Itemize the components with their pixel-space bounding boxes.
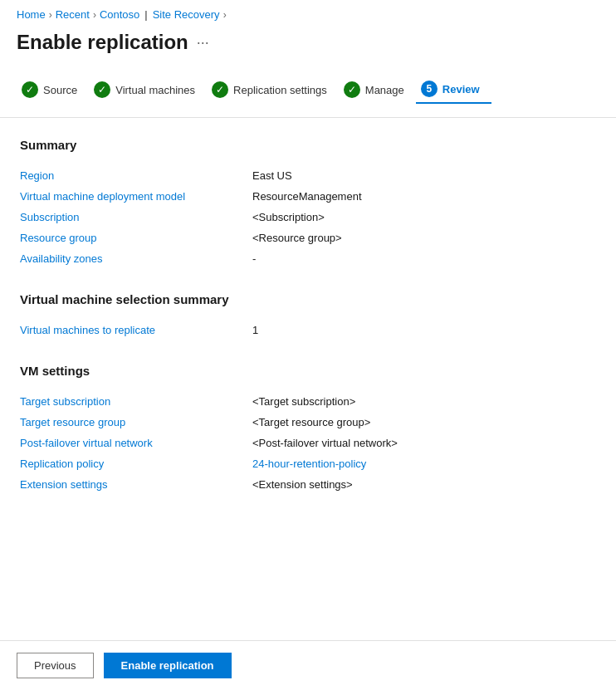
step-vm-check-icon: ✓ <box>94 81 110 98</box>
step-vm-label: Virtual machines <box>115 84 195 96</box>
vm-settings-row-post-failover-network: Post-failover virtual network <Post-fail… <box>20 433 596 453</box>
breadcrumb: Home › Recent › Contoso | Site Recovery … <box>0 0 616 26</box>
vm-settings-row-target-subscription: Target subscription <Target subscription… <box>20 391 596 412</box>
vm-settings-table: Target subscription <Target subscription… <box>20 391 596 495</box>
breadcrumb-home[interactable]: Home <box>17 8 46 21</box>
vm-settings-value-extension-settings: <Extension settings> <box>252 478 353 491</box>
step-manage-label: Manage <box>365 84 404 96</box>
vm-settings-title: VM settings <box>20 364 596 378</box>
vm-settings-label-extension-settings[interactable]: Extension settings <box>20 478 252 491</box>
vm-settings-label-post-failover-network[interactable]: Post-failover virtual network <box>20 437 252 449</box>
summary-label-subscription[interactable]: Subscription <box>20 211 252 223</box>
step-rep-check-icon: ✓ <box>212 81 228 98</box>
more-options-icon[interactable]: ··· <box>197 34 209 51</box>
summary-row-availability-zones: Availability zones - <box>20 248 596 269</box>
vm-selection-title: Virtual machine selection summary <box>20 292 596 306</box>
vm-settings-label-replication-policy[interactable]: Replication policy <box>20 458 252 470</box>
summary-title: Summary <box>20 138 596 152</box>
vm-settings-value-target-subscription: <Target subscription> <box>252 395 355 408</box>
vm-settings-label-target-subscription[interactable]: Target subscription <box>20 395 252 408</box>
breadcrumb-sep-1: › <box>49 9 52 21</box>
previous-button[interactable]: Previous <box>17 653 94 678</box>
breadcrumb-recent[interactable]: Recent <box>56 8 90 21</box>
step-review[interactable]: 5 Review <box>416 76 491 104</box>
step-rep-label: Replication settings <box>233 84 327 96</box>
summary-label-resource-group[interactable]: Resource group <box>20 232 252 244</box>
vm-selection-value-count: 1 <box>252 324 258 336</box>
summary-row-subscription: Subscription <Subscription> <box>20 207 596 228</box>
vm-selection-row-count: Virtual machines to replicate 1 <box>20 320 596 340</box>
step-manage-check-icon: ✓ <box>344 81 360 98</box>
vm-selection-label-count[interactable]: Virtual machines to replicate <box>20 324 252 336</box>
step-virtual-machines[interactable]: ✓ Virtual machines <box>89 76 207 103</box>
vm-settings-value-post-failover-network: <Post-failover virtual network> <box>252 437 398 449</box>
enable-replication-button[interactable]: Enable replication <box>104 653 232 678</box>
vm-settings-row-replication-policy: Replication policy 24-hour-retention-pol… <box>20 453 596 474</box>
footer: Previous Enable replication <box>0 640 616 690</box>
step-review-label: Review <box>442 83 480 95</box>
breadcrumb-contoso[interactable]: Contoso <box>100 8 139 21</box>
summary-value-region: East US <box>252 169 292 182</box>
summary-label-deployment[interactable]: Virtual machine deployment model <box>20 190 252 203</box>
summary-value-subscription: <Subscription> <box>252 211 325 223</box>
vm-settings-value-target-resource-group: <Target resource group> <box>252 416 370 428</box>
step-manage[interactable]: ✓ Manage <box>339 76 416 103</box>
step-replication-settings[interactable]: ✓ Replication settings <box>207 76 339 103</box>
breadcrumb-pipe: | <box>144 8 147 21</box>
summary-row-resource-group: Resource group <Resource group> <box>20 228 596 248</box>
page-title: Enable replication <box>17 31 188 54</box>
vm-settings-row-target-resource-group: Target resource group <Target resource g… <box>20 412 596 433</box>
summary-table: Region East US Virtual machine deploymen… <box>20 165 596 269</box>
summary-label-availability-zones[interactable]: Availability zones <box>20 252 252 265</box>
breadcrumb-site-recovery[interactable]: Site Recovery <box>153 8 220 21</box>
vm-selection-table: Virtual machines to replicate 1 <box>20 320 596 340</box>
summary-row-deployment: Virtual machine deployment model Resourc… <box>20 186 596 207</box>
breadcrumb-sep-2: › <box>93 9 96 21</box>
summary-label-region[interactable]: Region <box>20 169 252 182</box>
summary-value-availability-zones: - <box>252 252 256 265</box>
step-review-number-icon: 5 <box>421 81 438 97</box>
summary-value-deployment: ResourceManagement <box>252 190 362 203</box>
summary-row-region: Region East US <box>20 165 596 186</box>
summary-value-resource-group: <Resource group> <box>252 232 342 244</box>
wizard-steps: ✓ Source ✓ Virtual machines ✓ Replicatio… <box>0 67 616 118</box>
step-source-label: Source <box>43 84 77 96</box>
main-content: Summary Region East US Virtual machine d… <box>0 138 616 495</box>
vm-settings-value-replication-policy[interactable]: 24-hour-retention-policy <box>252 458 366 470</box>
vm-settings-row-extension-settings: Extension settings <Extension settings> <box>20 474 596 495</box>
step-source[interactable]: ✓ Source <box>17 76 89 103</box>
breadcrumb-sep-3: › <box>223 9 227 21</box>
page-header: Enable replication ··· <box>0 26 616 67</box>
vm-settings-label-target-resource-group[interactable]: Target resource group <box>20 416 252 428</box>
step-source-check-icon: ✓ <box>22 81 38 98</box>
